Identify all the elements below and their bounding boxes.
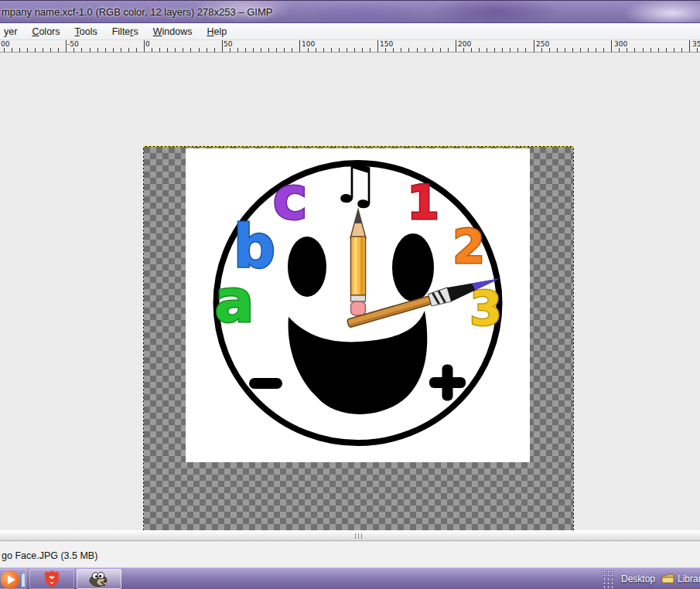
ruler-tick xyxy=(534,40,534,52)
ruler-tick xyxy=(339,48,340,52)
ruler-tick xyxy=(4,48,5,52)
taskbar: Desktop Librar xyxy=(0,567,700,589)
ruler-tick xyxy=(666,48,667,52)
ruler-label: 100 xyxy=(302,40,315,48)
ruler-tick xyxy=(417,48,418,52)
menubar-item-help[interactable]: Help xyxy=(204,25,229,39)
taskbar-button-brave[interactable] xyxy=(29,569,74,589)
minus-mark xyxy=(249,378,282,389)
ruler-tick xyxy=(588,48,589,52)
ruler-tick xyxy=(377,40,378,52)
ruler-tick xyxy=(207,48,207,52)
taskbar-button-gimp[interactable] xyxy=(77,569,121,589)
ruler-tick xyxy=(603,48,604,52)
window-titlebar[interactable]: mpany name.xcf-1.0 (RGB color, 12 layers… xyxy=(0,0,700,23)
scrollbar-grip-icon[interactable] xyxy=(355,533,364,539)
ruler-tick xyxy=(408,48,409,52)
menubar-item-filters[interactable]: Filters xyxy=(110,25,141,39)
ruler-label: 350 xyxy=(692,40,700,48)
ruler-tick xyxy=(222,40,223,52)
ruler-tick xyxy=(105,48,106,52)
left-eye xyxy=(288,237,326,297)
ruler-tick xyxy=(487,48,487,52)
ruler-tick xyxy=(347,48,347,52)
ruler-tick xyxy=(144,40,145,52)
taskbar-libraries-toolbar[interactable]: Librar xyxy=(678,574,700,584)
ruler-label: 300 xyxy=(614,40,627,48)
ruler-tick xyxy=(136,48,137,52)
taskbar-desktop-toolbar[interactable]: Desktop xyxy=(621,574,655,584)
horizontal-scrollbar[interactable] xyxy=(0,530,700,541)
ruler-tick xyxy=(43,48,43,52)
ruler-tick xyxy=(541,48,542,52)
ruler-tick xyxy=(190,48,191,52)
ruler-label: 150 xyxy=(380,40,393,48)
ruler-tick xyxy=(557,48,558,52)
horizontal-ruler[interactable]: 00 -50 0 50 100 150 200 250 300 350 xyxy=(0,40,700,53)
ruler-tick xyxy=(627,48,627,52)
canvas[interactable]: ♫ c b a 1 2 3 xyxy=(143,146,574,540)
plus-mark xyxy=(442,365,453,401)
ruler-tick xyxy=(121,48,121,52)
menubar-item-tools[interactable]: Tools xyxy=(73,25,100,39)
music-note: ♫ xyxy=(330,151,381,216)
number-2: 2 xyxy=(452,220,485,274)
ruler-tick xyxy=(199,48,200,52)
taskbar-button-media-player[interactable] xyxy=(0,569,26,589)
ruler-tick xyxy=(90,48,90,52)
ruler-tick xyxy=(276,48,277,52)
ruler-tick xyxy=(565,48,565,52)
ruler-tick xyxy=(572,48,573,52)
right-eye xyxy=(392,233,434,301)
window-title: mpany name.xcf-1.0 (RGB color, 12 layers… xyxy=(2,6,272,18)
ruler-tick xyxy=(237,48,238,52)
ruler-tick xyxy=(658,48,659,52)
ruler-label: 50 xyxy=(224,40,232,48)
ruler-tick xyxy=(401,48,401,52)
canvas-viewport[interactable]: ♫ c b a 1 2 3 xyxy=(0,53,700,530)
ruler-tick xyxy=(494,48,495,52)
ruler-tick xyxy=(354,48,355,52)
ruler-tick xyxy=(316,48,316,52)
brave-icon xyxy=(43,570,60,588)
ruler-tick xyxy=(308,48,309,52)
ruler-tick xyxy=(50,48,51,52)
ruler-tick xyxy=(440,48,441,52)
ruler-tick xyxy=(253,48,254,52)
ruler-tick xyxy=(448,48,449,52)
ruler-tick xyxy=(128,48,129,52)
toolbar-grip-icon[interactable] xyxy=(603,570,614,588)
ruler-tick xyxy=(27,48,28,52)
ruler-tick xyxy=(596,48,596,52)
menubar-item-layer[interactable]: yer xyxy=(2,25,19,39)
ruler-tick xyxy=(58,48,59,52)
ruler-label: 250 xyxy=(536,40,549,48)
ruler-tick xyxy=(619,48,620,52)
ruler-label: -50 xyxy=(67,40,79,48)
ruler-tick xyxy=(370,48,370,52)
ruler-tick xyxy=(385,48,386,52)
ruler-label: 0 xyxy=(145,40,150,48)
ruler-tick xyxy=(66,40,67,52)
ruler-tick xyxy=(152,48,152,52)
number-1: 1 xyxy=(407,175,439,230)
ruler-tick xyxy=(674,48,674,52)
ruler-tick xyxy=(689,40,690,52)
gimp-wilber-icon xyxy=(89,570,109,587)
ruler-tick xyxy=(214,48,215,52)
ruler-tick xyxy=(73,48,74,52)
transparency-checkerboard: ♫ c b a 1 2 3 xyxy=(144,147,573,540)
ruler-tick xyxy=(549,48,550,52)
menubar-item-windows[interactable]: Windows xyxy=(151,25,195,39)
ruler-tick xyxy=(393,48,394,52)
ruler-tick xyxy=(611,40,612,52)
ruler-tick xyxy=(245,48,246,52)
ruler-tick xyxy=(331,48,332,52)
menubar-item-colors[interactable]: Colors xyxy=(29,25,62,39)
ruler-tick xyxy=(471,48,472,52)
ruler-tick xyxy=(175,48,176,52)
ruler-tick xyxy=(230,48,230,52)
ruler-tick xyxy=(634,48,635,52)
image-layer[interactable]: ♫ c b a 1 2 3 xyxy=(186,148,530,462)
ruler-tick xyxy=(681,48,682,52)
